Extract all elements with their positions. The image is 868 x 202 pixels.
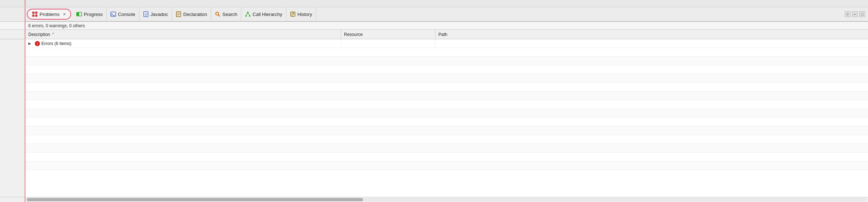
tab-callhierarchy-label: Call Hierarchy xyxy=(253,12,282,17)
scrollbar-gutter xyxy=(0,197,25,202)
maximize-button[interactable]: □ xyxy=(859,11,865,17)
empty-row xyxy=(25,100,868,109)
progress-icon xyxy=(76,11,82,17)
empty-row xyxy=(25,135,868,144)
status-gutter xyxy=(0,22,25,29)
svg-rect-3 xyxy=(35,15,37,17)
tab-search-label: Search xyxy=(222,12,237,17)
search-icon xyxy=(215,11,221,17)
errors-description: ▶ ! Errors (6 items) xyxy=(25,41,341,46)
empty-row xyxy=(25,65,868,74)
error-icon: ! xyxy=(35,41,40,46)
content-main: ▶ ! Errors (6 items) xyxy=(25,39,868,197)
top-area xyxy=(0,0,868,7)
tab-javadoc[interactable]: @ Javadoc xyxy=(139,7,172,21)
tab-declaration[interactable]: Declaration xyxy=(172,7,211,21)
tab-history-label: History xyxy=(298,12,312,17)
tab-problems[interactable]: Problems ✕ xyxy=(27,9,71,20)
top-left-gutter xyxy=(0,0,25,7)
column-headers: Description ^ Resource Path xyxy=(0,30,868,39)
col-description-header[interactable]: Description ^ xyxy=(25,30,341,39)
view-menu-button[interactable]: ▿ xyxy=(845,11,851,17)
col-path-label: Path xyxy=(438,32,447,37)
empty-row xyxy=(25,118,868,126)
status-bar: 6 errors, 0 warnings, 0 others xyxy=(0,22,868,30)
tab-console[interactable]: Console xyxy=(107,7,139,21)
tab-progress-label: Progress xyxy=(84,12,103,17)
svg-rect-5 xyxy=(77,13,79,16)
svg-rect-1 xyxy=(35,12,37,14)
empty-row xyxy=(25,161,868,170)
empty-row xyxy=(25,109,868,118)
content-gutter xyxy=(0,39,25,197)
problems-icon xyxy=(32,11,38,17)
errors-label: Errors (6 items) xyxy=(41,41,71,46)
empty-row xyxy=(25,144,868,153)
main-container: Problems ✕ Progress xyxy=(0,0,868,202)
top-right-area xyxy=(25,0,868,7)
svg-point-18 xyxy=(249,15,250,17)
col-resource-header[interactable]: Resource xyxy=(341,30,435,39)
bottom-scrollbar-bar xyxy=(0,197,868,202)
horizontal-scrollbar-thumb[interactable] xyxy=(27,198,363,201)
col-header-gutter xyxy=(0,30,25,39)
empty-row xyxy=(25,153,868,161)
history-icon xyxy=(290,11,296,17)
tab-problems-label: Problems xyxy=(40,12,60,17)
errors-group-row[interactable]: ▶ ! Errors (6 items) xyxy=(25,39,868,48)
expand-arrow[interactable]: ▶ xyxy=(28,41,33,45)
empty-row xyxy=(25,83,868,92)
tab-declaration-label: Declaration xyxy=(183,12,207,17)
tab-bar-row: Problems ✕ Progress xyxy=(0,7,868,22)
svg-point-14 xyxy=(216,12,218,15)
tab-search[interactable]: Search xyxy=(211,7,241,21)
col-description-label: Description xyxy=(28,32,50,37)
empty-row xyxy=(25,126,868,135)
svg-rect-2 xyxy=(32,15,34,17)
tab-bar-controls: ▿ ─ □ xyxy=(845,11,868,17)
callhierarchy-icon xyxy=(245,11,251,17)
declaration-icon xyxy=(176,11,181,17)
errors-resource xyxy=(341,39,435,48)
console-icon xyxy=(110,11,116,17)
svg-point-17 xyxy=(245,15,247,17)
svg-rect-0 xyxy=(32,12,34,14)
svg-point-16 xyxy=(247,12,249,13)
svg-text:@: @ xyxy=(145,13,147,16)
tab-progress[interactable]: Progress xyxy=(73,7,107,21)
content-area: ▶ ! Errors (6 items) xyxy=(0,39,868,197)
tab-problems-close[interactable]: ✕ xyxy=(63,12,66,17)
svg-line-19 xyxy=(246,13,248,15)
tab-console-label: Console xyxy=(118,12,135,17)
empty-row xyxy=(25,57,868,65)
sort-arrow-description: ^ xyxy=(52,32,54,36)
col-resource-label: Resource xyxy=(344,32,363,37)
tab-history[interactable]: History xyxy=(286,7,316,21)
col-path-header[interactable]: Path xyxy=(435,30,868,39)
tab-gutter xyxy=(0,7,25,21)
horizontal-scrollbar-track[interactable] xyxy=(27,198,867,201)
empty-row xyxy=(25,48,868,57)
svg-line-20 xyxy=(248,13,250,15)
col-headers-inner: Description ^ Resource Path xyxy=(25,30,868,39)
javadoc-icon: @ xyxy=(143,11,149,17)
empty-row xyxy=(25,74,868,83)
empty-row xyxy=(25,92,868,100)
tab-javadoc-label: Javadoc xyxy=(151,12,168,17)
tab-bar: Problems ✕ Progress xyxy=(25,7,868,21)
minimize-button[interactable]: ─ xyxy=(852,11,858,17)
tab-callhierarchy[interactable]: Call Hierarchy xyxy=(241,7,286,21)
status-text: 6 errors, 0 warnings, 0 others xyxy=(25,23,88,28)
svg-line-15 xyxy=(218,15,220,17)
